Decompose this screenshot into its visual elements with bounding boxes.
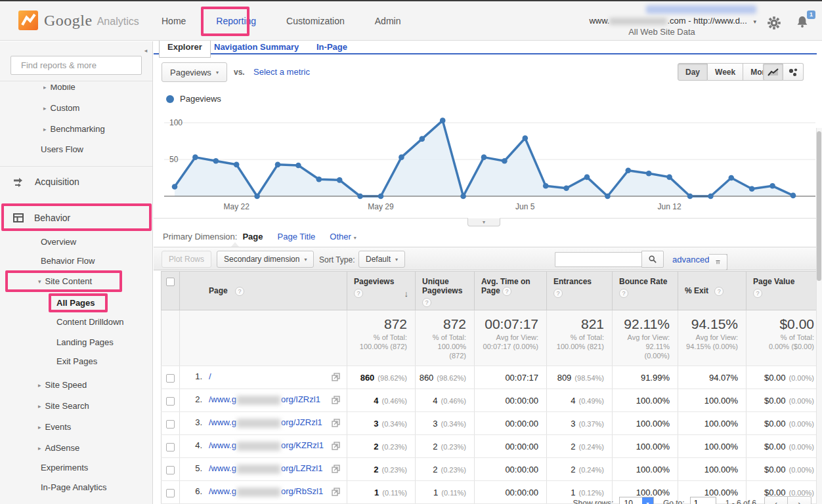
sidebar-item-exit-pages[interactable]: Exit Pages bbox=[56, 354, 97, 369]
row-checkbox[interactable] bbox=[166, 466, 175, 474]
tab-navigation-summary[interactable]: Navigation Summary bbox=[214, 42, 299, 52]
table-row: 3./www.gorg/JZRzl1 3(0.34%) 3(0.34%) 00:… bbox=[162, 412, 822, 435]
page-link[interactable]: /www.gorg/IZRzl1 bbox=[209, 394, 320, 404]
help-icon[interactable]: ? bbox=[553, 289, 563, 298]
column-header-avg-time[interactable]: Avg. Time on Page ? bbox=[475, 272, 547, 310]
tab-explorer[interactable]: Explorer bbox=[159, 40, 211, 58]
open-page-icon[interactable] bbox=[332, 442, 340, 452]
redacted-url-segment bbox=[237, 419, 280, 428]
sidebar-item-landing-pages[interactable]: Landing Pages bbox=[56, 335, 114, 350]
settings-gear-icon[interactable] bbox=[767, 16, 781, 32]
table-search-button[interactable] bbox=[641, 251, 664, 268]
sidebar-item-overview[interactable]: Overview bbox=[41, 235, 76, 249]
next-page-button[interactable]: › bbox=[788, 496, 811, 504]
pageviews-line-chart[interactable]: 50100May 22May 29Jun 5Jun 12 bbox=[164, 104, 821, 217]
chevron-down-icon: ▾ bbox=[483, 219, 485, 225]
open-page-icon[interactable] bbox=[332, 419, 340, 429]
help-icon[interactable]: ? bbox=[422, 298, 431, 307]
tab-in-page[interactable]: In-Page bbox=[316, 42, 347, 52]
row-checkbox[interactable] bbox=[166, 374, 175, 383]
previous-page-button[interactable]: ‹ bbox=[764, 496, 788, 504]
chevron-down-icon[interactable]: ▾ bbox=[753, 18, 756, 25]
sidebar-item-site-search[interactable]: ▸Site Search bbox=[38, 399, 89, 413]
open-page-icon[interactable] bbox=[332, 488, 340, 498]
notifications-bell-icon[interactable]: 1 bbox=[796, 16, 809, 30]
line-chart-view-button[interactable] bbox=[763, 63, 783, 81]
column-header-page-value[interactable]: Page Value? bbox=[746, 272, 822, 310]
dimension-page-title[interactable]: Page Title bbox=[278, 232, 316, 242]
column-header-bounce-rate[interactable]: Bounce Rate? bbox=[613, 272, 678, 310]
table-search-input[interactable] bbox=[555, 252, 641, 267]
cell-page-value: $0.00(0.00%) bbox=[746, 435, 822, 458]
sidebar-item-mobile[interactable]: ▸Mobile bbox=[43, 80, 76, 94]
account-selector[interactable]: www..com - http://www.d... ▾ All Web Sit… bbox=[586, 5, 756, 37]
pivot-view-button[interactable] bbox=[709, 254, 727, 270]
google-analytics-logo[interactable]: Google Analytics bbox=[18, 10, 139, 30]
nav-customization[interactable]: Customization bbox=[286, 16, 345, 26]
sidebar-item-content-drilldown[interactable]: Content Drilldown bbox=[56, 315, 124, 329]
select-all-checkbox[interactable] bbox=[166, 278, 175, 286]
motion-chart-view-button[interactable] bbox=[783, 63, 804, 81]
sidebar-search-input[interactable] bbox=[21, 60, 137, 70]
dimension-page[interactable]: Page bbox=[242, 232, 263, 242]
show-rows-select[interactable]: 10 ▾ bbox=[619, 497, 654, 504]
sidebar-section-acquisition[interactable]: Acquisition bbox=[13, 175, 79, 189]
page-link[interactable]: /www.gorg/RbSzl1 bbox=[209, 486, 323, 496]
page-link[interactable]: /www.gorg/JZRzl1 bbox=[209, 417, 322, 427]
row-checkbox[interactable] bbox=[166, 397, 175, 406]
sidebar-item-in-page-analytics[interactable]: In-Page Analytics bbox=[41, 480, 106, 495]
dimension-other[interactable]: Other bbox=[330, 232, 351, 242]
metric-selector-button[interactable]: Pageviews ▾ bbox=[162, 62, 227, 82]
help-icon[interactable]: ? bbox=[714, 287, 724, 296]
nav-home[interactable]: Home bbox=[162, 16, 186, 26]
nav-reporting[interactable]: Reporting bbox=[216, 16, 256, 26]
sidebar-item-custom[interactable]: ▸Custom bbox=[43, 101, 79, 116]
page-scrollbar-thumb[interactable] bbox=[817, 131, 821, 281]
help-icon[interactable]: ? bbox=[502, 287, 511, 296]
open-page-icon[interactable] bbox=[332, 465, 340, 475]
sidebar-item-benchmarking[interactable]: ▸Benchmarking bbox=[43, 122, 105, 136]
help-icon[interactable]: ? bbox=[235, 287, 244, 296]
advanced-search-link[interactable]: advanced bbox=[672, 255, 709, 264]
sidebar-item-site-content[interactable]: ▾Site Content bbox=[38, 274, 92, 289]
go-to-page-input[interactable] bbox=[690, 497, 716, 504]
sidebar-collapse-button[interactable]: ◂ bbox=[141, 44, 151, 57]
sidebar-item-site-speed[interactable]: ▸Site Speed bbox=[38, 378, 87, 392]
page-link[interactable]: /www.gorg/KZRzl1 bbox=[209, 440, 324, 450]
open-page-icon[interactable] bbox=[332, 396, 340, 406]
nav-admin[interactable]: Admin bbox=[375, 16, 401, 26]
sort-type-button[interactable]: Default ▾ bbox=[358, 251, 405, 268]
sidebar-item-all-pages[interactable]: All Pages bbox=[56, 296, 95, 310]
collapse-icon: ▾ bbox=[38, 278, 41, 285]
open-page-icon[interactable] bbox=[332, 373, 340, 383]
column-header-exit[interactable]: % Exit ? bbox=[678, 272, 746, 310]
granularity-day-button[interactable]: Day bbox=[678, 63, 708, 81]
column-header-unique-pageviews[interactable]: Unique Pageviews? bbox=[416, 272, 475, 310]
help-icon[interactable]: ? bbox=[619, 289, 628, 298]
granularity-week-button[interactable]: Week bbox=[708, 63, 743, 81]
row-checkbox[interactable] bbox=[166, 443, 175, 452]
chart-type-toggle bbox=[763, 63, 804, 81]
app-header: Google Analytics Home Reporting Customiz… bbox=[0, 1, 822, 41]
sidebar-item-adsense[interactable]: ▸AdSense bbox=[38, 441, 79, 455]
help-icon[interactable]: ? bbox=[354, 289, 363, 298]
sidebar-item-users-flow[interactable]: Users Flow bbox=[41, 142, 83, 157]
sidebar-section-behavior[interactable]: Behavior bbox=[13, 211, 70, 225]
sidebar-item-experiments[interactable]: Experiments bbox=[41, 461, 88, 475]
row-checkbox[interactable] bbox=[166, 489, 175, 497]
page-link[interactable]: /www.gorg/LZRzl1 bbox=[209, 463, 322, 473]
help-icon[interactable]: ? bbox=[753, 289, 762, 298]
sidebar-item-behavior-flow[interactable]: Behavior Flow bbox=[41, 254, 95, 268]
column-header-page[interactable]: Page ? bbox=[180, 272, 347, 310]
row-checkbox[interactable] bbox=[166, 420, 175, 429]
google-wordmark: Google bbox=[44, 12, 93, 30]
select-a-metric-link[interactable]: Select a metric bbox=[253, 67, 310, 77]
column-header-pageviews[interactable]: Pageviews?↓ bbox=[347, 272, 416, 310]
column-header-entrances[interactable]: Entrances? bbox=[547, 272, 613, 310]
analytics-wordmark: Analytics bbox=[97, 13, 139, 28]
chart-collapse-tab[interactable]: ▾ bbox=[467, 218, 500, 226]
page-link[interactable]: / bbox=[209, 371, 211, 381]
sidebar-item-events[interactable]: ▸Events bbox=[38, 420, 71, 434]
plot-rows-button[interactable]: Plot Rows bbox=[162, 251, 211, 268]
secondary-dimension-button[interactable]: Secondary dimension ▾ bbox=[217, 251, 314, 268]
